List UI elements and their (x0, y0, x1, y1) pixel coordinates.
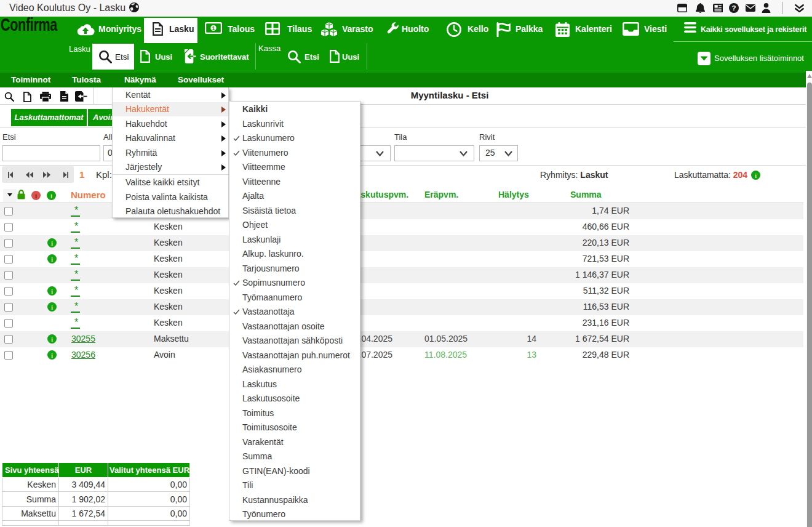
svg-text:i: i (51, 336, 53, 343)
svg-text:i: i (755, 172, 757, 179)
svg-text:i: i (51, 288, 53, 295)
svg-text:i: i (51, 304, 53, 311)
svg-text:?: ? (731, 4, 736, 12)
svg-text:1: 1 (212, 25, 215, 31)
svg-text:i: i (51, 352, 53, 359)
svg-text:i: i (35, 192, 37, 199)
svg-text:i: i (51, 239, 53, 247)
svg-text:i: i (51, 255, 53, 263)
svg-text:i: i (50, 192, 52, 199)
